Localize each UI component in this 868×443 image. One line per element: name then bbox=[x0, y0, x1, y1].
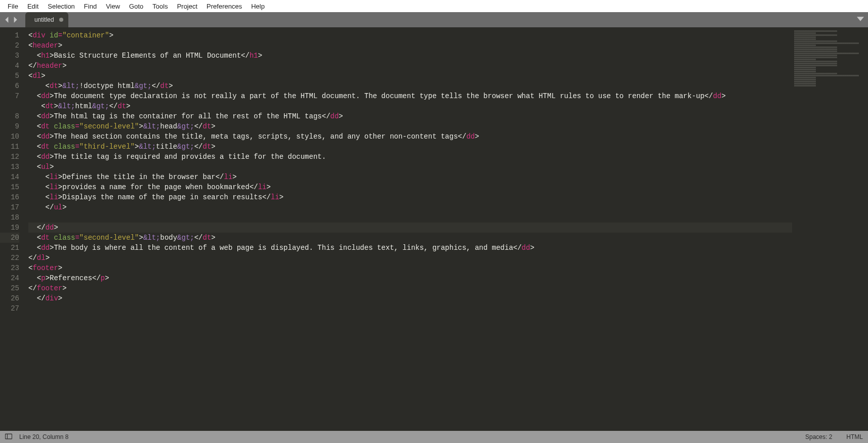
line-number[interactable]: 9 bbox=[0, 121, 19, 131]
code-line[interactable]: <li>Defines the title in the browser bar… bbox=[28, 172, 792, 182]
line-number[interactable]: 26 bbox=[0, 293, 19, 303]
line-number[interactable]: 7 bbox=[0, 91, 19, 111]
code-line[interactable]: </dl> bbox=[28, 253, 792, 263]
line-number[interactable]: 11 bbox=[0, 142, 19, 152]
tab-nav-arrows[interactable] bbox=[0, 17, 22, 23]
line-number[interactable]: 23 bbox=[0, 263, 19, 273]
svg-rect-0 bbox=[5, 434, 12, 439]
code-line[interactable]: <li>Displays the name of the page in sea… bbox=[28, 192, 792, 202]
code-line[interactable]: <div id="container"> bbox=[28, 30, 792, 40]
menu-project[interactable]: Project bbox=[173, 3, 202, 10]
code-line[interactable]: <ul> bbox=[28, 162, 792, 172]
line-number[interactable]: 19 bbox=[0, 223, 19, 233]
tab-title: untitled bbox=[34, 16, 54, 23]
line-number[interactable]: 21 bbox=[0, 243, 19, 253]
minimap[interactable] bbox=[792, 27, 868, 431]
prev-tab-icon bbox=[4, 17, 10, 23]
line-number[interactable]: 13 bbox=[0, 162, 19, 172]
line-number[interactable]: 17 bbox=[0, 202, 19, 212]
code-line[interactable]: </header> bbox=[28, 61, 792, 71]
status-bar: Line 20, Column 8 Spaces: 2 HTML bbox=[0, 431, 868, 443]
code-line[interactable]: <dt>&lt;!doctype html&gt;</dt> bbox=[28, 81, 792, 91]
line-number[interactable]: 27 bbox=[0, 303, 19, 314]
menu-goto[interactable]: Goto bbox=[125, 3, 148, 10]
menu-view[interactable]: View bbox=[101, 3, 125, 10]
menu-file[interactable]: File bbox=[3, 3, 23, 10]
next-tab-icon bbox=[12, 17, 18, 23]
code-line[interactable]: <dd>The body is where all the content of… bbox=[28, 243, 792, 253]
syntax-setting[interactable]: HTML bbox=[846, 433, 863, 440]
menu-find[interactable]: Find bbox=[79, 3, 101, 10]
code-line[interactable]: <dd>The document type declaration is not… bbox=[28, 91, 792, 101]
code-line[interactable]: <p>References</p> bbox=[28, 273, 792, 283]
chevron-down-icon bbox=[857, 16, 864, 23]
code-line[interactable]: <dd>The html tag is the container for al… bbox=[28, 111, 792, 121]
code-line[interactable]: </div> bbox=[28, 293, 792, 303]
menu-preferences[interactable]: Preferences bbox=[202, 3, 246, 10]
line-number[interactable]: 5 bbox=[0, 71, 19, 81]
code-line[interactable]: <dt>&lt;html&gt;</dt> bbox=[28, 101, 792, 111]
line-number[interactable]: 6 bbox=[0, 81, 19, 91]
code-line[interactable]: </dd> bbox=[28, 223, 792, 233]
line-number[interactable]: 14 bbox=[0, 172, 19, 182]
code-line[interactable]: </footer> bbox=[28, 283, 792, 293]
code-line[interactable]: <footer> bbox=[28, 263, 792, 273]
code-line[interactable]: <dt class="third-level">&lt;title&gt;</d… bbox=[28, 142, 792, 152]
code-line[interactable] bbox=[28, 212, 792, 223]
editor-area: 1234567891011121314151617181920212223242… bbox=[0, 27, 868, 431]
tab-strip: untitled bbox=[0, 12, 868, 27]
line-number[interactable]: 18 bbox=[0, 212, 19, 223]
line-number[interactable]: 3 bbox=[0, 51, 19, 61]
line-number[interactable]: 1 bbox=[0, 30, 19, 40]
menu-edit[interactable]: Edit bbox=[23, 3, 43, 10]
menu-help[interactable]: Help bbox=[246, 3, 269, 10]
code-line[interactable]: <dt class="second-level">&lt;head&gt;</d… bbox=[28, 121, 792, 131]
code-line[interactable]: </ul> bbox=[28, 202, 792, 212]
line-number-gutter[interactable]: 1234567891011121314151617181920212223242… bbox=[0, 27, 24, 431]
line-number[interactable]: 15 bbox=[0, 182, 19, 192]
code-line[interactable]: <dt class="second-level">&lt;body&gt;</d… bbox=[28, 233, 792, 243]
menu-selection[interactable]: Selection bbox=[43, 3, 79, 10]
cursor-position[interactable]: Line 20, Column 8 bbox=[19, 433, 68, 440]
indentation-setting[interactable]: Spaces: 2 bbox=[805, 433, 832, 440]
line-number[interactable]: 4 bbox=[0, 61, 19, 71]
code-line[interactable]: <dd>The title tag is required and provid… bbox=[28, 152, 792, 162]
menu-tools[interactable]: Tools bbox=[148, 3, 172, 10]
tab-overflow-button[interactable] bbox=[857, 16, 864, 24]
tab-untitled[interactable]: untitled bbox=[25, 12, 68, 27]
tab-dirty-dot-icon bbox=[59, 18, 63, 22]
menubar: FileEditSelectionFindViewGotoToolsProjec… bbox=[0, 0, 868, 12]
line-number[interactable]: 2 bbox=[0, 40, 19, 51]
code-line[interactable]: <h1>Basic Structure Elements of an HTML … bbox=[28, 51, 792, 61]
line-number[interactable]: 22 bbox=[0, 253, 19, 263]
line-number[interactable]: 24 bbox=[0, 273, 19, 283]
line-number[interactable]: 12 bbox=[0, 152, 19, 162]
code-editor[interactable]: <div id="container"><header> <h1>Basic S… bbox=[24, 27, 792, 431]
line-number[interactable]: 8 bbox=[0, 111, 19, 121]
code-line[interactable]: <dl> bbox=[28, 71, 792, 81]
line-number[interactable]: 16 bbox=[0, 192, 19, 202]
line-number[interactable]: 20 bbox=[0, 233, 19, 243]
code-line[interactable]: <li>provides a name for the page when bo… bbox=[28, 182, 792, 192]
panel-switch-icon[interactable] bbox=[5, 433, 12, 441]
line-number[interactable]: 10 bbox=[0, 131, 19, 142]
code-line[interactable]: <header> bbox=[28, 40, 792, 51]
line-number[interactable]: 25 bbox=[0, 283, 19, 293]
code-line[interactable]: <dd>The head section contains the title,… bbox=[28, 131, 792, 142]
